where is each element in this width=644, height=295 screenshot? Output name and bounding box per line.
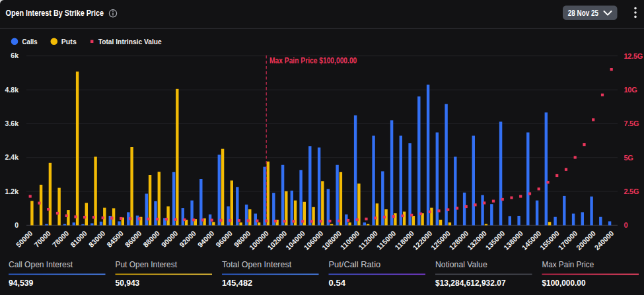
svg-text:Call Open Interest: Call Open Interest bbox=[9, 260, 73, 269]
svg-text:94,539: 94,539 bbox=[9, 279, 33, 288]
svg-text:Puts: Puts bbox=[61, 37, 77, 46]
svg-text:Total Intrinsic Value: Total Intrinsic Value bbox=[98, 37, 162, 46]
svg-text:Notional Value: Notional Value bbox=[435, 260, 487, 269]
svg-text:Put/Call Ratio: Put/Call Ratio bbox=[329, 260, 381, 269]
svg-text:0.54: 0.54 bbox=[329, 279, 345, 288]
svg-text:Open Interest By Strike Price: Open Interest By Strike Price bbox=[6, 9, 104, 18]
svg-text:28 Nov 25: 28 Nov 25 bbox=[568, 9, 598, 18]
svg-text:145,482: 145,482 bbox=[222, 279, 252, 288]
svg-text:2.4k: 2.4k bbox=[5, 153, 19, 161]
svg-text:5G: 5G bbox=[624, 154, 633, 162]
svg-text:0: 0 bbox=[624, 221, 628, 229]
svg-text:$13,284,612,932.07: $13,284,612,932.07 bbox=[435, 279, 506, 288]
svg-text:$100,000.00: $100,000.00 bbox=[542, 279, 586, 288]
svg-text:12.5G: 12.5G bbox=[624, 52, 643, 60]
svg-text:10G: 10G bbox=[624, 86, 637, 94]
svg-text:0: 0 bbox=[15, 221, 18, 229]
svg-text:50,943: 50,943 bbox=[116, 279, 140, 288]
svg-text:3.6k: 3.6k bbox=[5, 119, 19, 127]
svg-text:Total Open Interest: Total Open Interest bbox=[222, 260, 292, 269]
svg-text:Max Pain Price $100,000.00: Max Pain Price $100,000.00 bbox=[269, 56, 357, 65]
svg-text:Put Open Interest: Put Open Interest bbox=[116, 260, 178, 269]
svg-text:2.5G: 2.5G bbox=[624, 187, 639, 195]
svg-text:6k: 6k bbox=[11, 51, 18, 59]
svg-text:1.2k: 1.2k bbox=[5, 187, 19, 195]
svg-text:7.5G: 7.5G bbox=[624, 119, 639, 127]
svg-text:4.8k: 4.8k bbox=[5, 86, 19, 94]
svg-text:Calls: Calls bbox=[22, 37, 38, 46]
svg-text:Max Pain Price: Max Pain Price bbox=[542, 260, 594, 269]
